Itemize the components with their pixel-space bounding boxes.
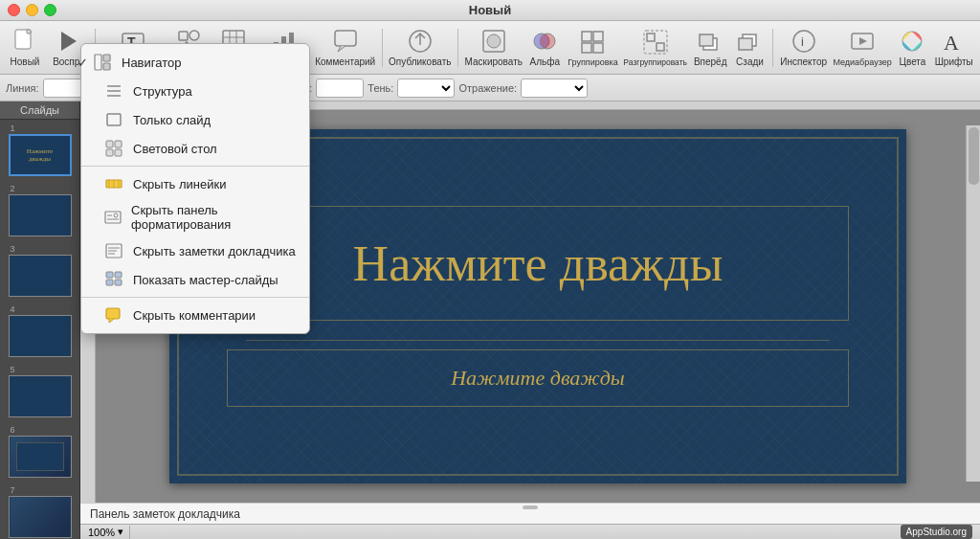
menu-label-hidecomments: Скрыть комментарии: [133, 308, 256, 323]
toolbar-ungroup-label: Разгруппировать: [623, 57, 687, 67]
hiderulers-icon: [104, 174, 123, 193]
zoom-control[interactable]: 100% ▾: [88, 526, 123, 538]
menu-label-hiderulers: Скрыть линейки: [133, 177, 226, 191]
comment-icon: [332, 28, 359, 55]
svg-rect-40: [103, 63, 110, 70]
minimize-button[interactable]: [26, 4, 38, 16]
notes-label: Панель заметок докладчика: [90, 507, 240, 521]
mask-icon: [480, 28, 507, 55]
menu-sep-2: [81, 297, 309, 298]
notes-resize-handle[interactable]: [523, 505, 538, 509]
menu-label-lightbox: Световой стол: [133, 142, 217, 156]
scrollbar-thumb-v[interactable]: [969, 127, 979, 185]
toolbar-new-label: Новый: [11, 56, 40, 67]
toolbar-new[interactable]: Новый: [4, 25, 46, 70]
slide-thumb-img-5[interactable]: [9, 375, 72, 417]
lightbox-icon: [104, 139, 123, 158]
slide-num-2: 2: [9, 184, 72, 193]
toolbar-mask[interactable]: Маскировать: [463, 25, 524, 70]
toolbar-mediabrowser[interactable]: Медиабраузер: [832, 26, 894, 70]
hidenotes-icon: [104, 241, 123, 260]
menu-label-hidenotes: Скрыть заметки докладчика: [133, 244, 296, 258]
alpha-icon: [531, 28, 558, 55]
formatbar-opacity-input[interactable]: [316, 79, 364, 98]
window-controls[interactable]: [8, 4, 56, 16]
slide-thumb-2[interactable]: 2: [9, 184, 72, 236]
slide-title-box[interactable]: Нажмите дважды: [227, 206, 849, 321]
toolbar-inspector[interactable]: i Инспектор: [778, 25, 830, 70]
play-icon: [56, 28, 82, 55]
onlyslide-icon: [104, 110, 123, 129]
slide-thumb-4[interactable]: 4: [9, 304, 72, 357]
navigator-icon: [93, 53, 112, 72]
toolbar-publish[interactable]: Опубликовать: [388, 25, 453, 70]
zoom-value: 100%: [88, 527, 115, 538]
slide-thumb-7[interactable]: 7: [9, 485, 72, 538]
slide-thumb-img-3[interactable]: [9, 255, 72, 297]
slide-thumb-img-1[interactable]: Нажмитедважды: [9, 134, 72, 176]
zoom-dropdown-icon[interactable]: ▾: [118, 526, 123, 538]
svg-rect-1: [27, 30, 31, 34]
toolbar-forward[interactable]: Вперёд: [690, 25, 730, 70]
slide-thumb-1[interactable]: 1 Нажмитедважды: [9, 124, 72, 176]
svg-rect-47: [106, 149, 113, 156]
toolbar-ungroup[interactable]: Разгруппировать: [622, 26, 688, 70]
menu-item-onlyslide[interactable]: Только слайд: [81, 105, 309, 134]
menu-label-showmaster: Показать мастер-слайды: [133, 273, 278, 287]
toolbar-colors[interactable]: Цвета: [895, 25, 929, 70]
scrollbar-vertical[interactable]: [966, 125, 980, 482]
menu-label-onlyslide: Только слайд: [133, 113, 211, 127]
slide-thumb-3[interactable]: 3: [9, 244, 72, 297]
close-button[interactable]: [8, 4, 20, 16]
svg-rect-46: [115, 141, 122, 147]
menu-label-navigator: Навигатор: [122, 56, 181, 70]
slide-thumb-img-2[interactable]: [9, 194, 72, 236]
menu-item-showmaster[interactable]: Показать мастер-слайды: [81, 265, 309, 294]
slide-title-text: Нажмите дважды: [353, 236, 724, 292]
back-icon: [736, 28, 763, 55]
slide-thumb-img-4[interactable]: [9, 315, 72, 357]
formatbar-reflection-select[interactable]: [521, 79, 588, 98]
svg-rect-15: [335, 31, 356, 46]
svg-rect-64: [115, 280, 122, 285]
toolbar-fonts[interactable]: A Шрифты: [932, 25, 977, 70]
toolbar-comment[interactable]: Комментарий: [314, 25, 377, 70]
menu-item-hidenotes[interactable]: Скрыть заметки докладчика: [81, 236, 309, 265]
menu-item-hidecomments[interactable]: Скрыть комментарии: [81, 301, 309, 329]
svg-rect-29: [700, 34, 713, 46]
slide-thumb-img-7[interactable]: [9, 496, 72, 538]
slide-subtitle-box[interactable]: Нажмите дважды: [227, 349, 849, 407]
window-title: Новый: [469, 3, 511, 17]
menu-item-hideformat[interactable]: Скрыть панель форматирования: [81, 198, 309, 236]
slide-thumb-img-6[interactable]: [9, 436, 72, 478]
toolbar-forward-label: Вперёд: [694, 56, 727, 67]
toolbar-alpha-label: Альфа: [530, 56, 561, 67]
menu-sep-1: [81, 166, 309, 167]
svg-rect-65: [106, 308, 120, 319]
menu-label-structure: Структура: [133, 84, 192, 99]
toolbar-colors-label: Цвета: [900, 56, 926, 67]
toolbar-alpha[interactable]: Альфа: [526, 25, 564, 70]
svg-rect-31: [739, 38, 752, 50]
slide-thumb-6[interactable]: 6: [9, 425, 72, 478]
maximize-button[interactable]: [44, 4, 56, 16]
toolbar-back[interactable]: Сзади: [732, 25, 768, 70]
slide-num-6: 6: [9, 425, 72, 435]
menu-label-hideformat: Скрыть панель форматирования: [131, 203, 298, 232]
slide-num-5: 5: [9, 365, 72, 374]
svg-rect-45: [106, 141, 113, 147]
titlebar: Новый: [0, 0, 980, 21]
svg-text:A: A: [944, 31, 959, 54]
toolbar-publish-label: Опубликовать: [389, 56, 451, 67]
menu-item-hiderulers[interactable]: Скрыть линейки: [81, 169, 309, 198]
formatbar-shadow-select[interactable]: [397, 79, 455, 98]
svg-rect-24: [593, 43, 603, 53]
menu-item-structure[interactable]: Структура: [81, 77, 309, 105]
slide-thumb-5[interactable]: 5: [9, 365, 72, 417]
structure-icon: [104, 81, 123, 101]
svg-rect-38: [95, 55, 101, 70]
forward-icon: [697, 28, 724, 55]
menu-item-navigator[interactable]: ✓ Навигатор: [81, 48, 309, 77]
toolbar-group[interactable]: Группировка: [566, 26, 620, 70]
menu-item-lightbox[interactable]: Световой стол: [81, 134, 309, 163]
